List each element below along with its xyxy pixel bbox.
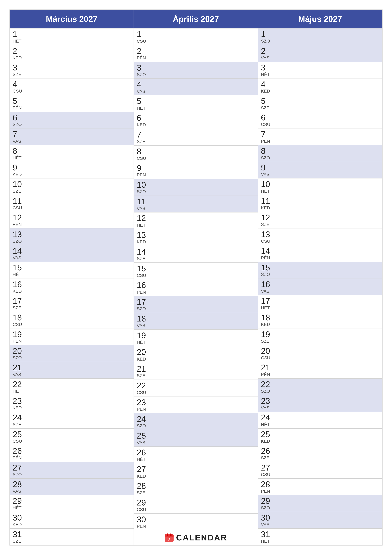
day-num-0-15: 16 <box>13 280 22 289</box>
month-header-1: Április 2027 <box>134 10 258 29</box>
day-row-2-11: 12SZE <box>258 212 382 228</box>
day-cell-2-26: 27CSÜ <box>261 463 270 477</box>
day-num-0-30: 31 <box>13 530 22 539</box>
day-row-0-26: 27SZO <box>10 462 134 478</box>
day-num-0-18: 19 <box>13 330 22 339</box>
day-row-1-1: 2PÉN <box>134 45 258 62</box>
day-cell-2-30: 31HÉT <box>261 530 270 544</box>
day-abbr-2-4: SZE <box>261 106 270 110</box>
day-abbr-1-9: SZO <box>137 189 146 194</box>
day-row-2-6: 7PÉN <box>258 128 382 145</box>
day-abbr-2-30: HÉT <box>261 539 270 544</box>
day-cell-1-18: 19HÉT <box>137 331 146 345</box>
day-cell-2-16: 17HÉT <box>261 297 270 310</box>
day-num-0-12: 13 <box>13 230 22 239</box>
day-num-2-1: 2 <box>261 46 270 56</box>
day-cell-2-14: 15SZO <box>261 263 270 277</box>
day-cell-0-13: 14VAS <box>13 247 22 260</box>
day-row-0-27: 28VAS <box>10 479 134 495</box>
day-num-0-1: 2 <box>13 46 22 56</box>
day-num-1-17: 18 <box>137 314 146 323</box>
month-col-2: Május 20271SZO2VAS3HÉT4KED5SZE6CSÜ7PÉN8S… <box>258 10 382 545</box>
day-abbr-2-12: CSÜ <box>261 239 270 244</box>
day-row-2-8: 9VAS <box>258 162 382 178</box>
day-num-2-30: 31 <box>261 530 270 539</box>
day-num-2-27: 28 <box>261 480 270 489</box>
day-num-1-18: 19 <box>137 331 146 340</box>
day-abbr-0-0: HÉT <box>13 39 21 44</box>
day-num-1-9: 10 <box>137 180 146 189</box>
day-num-0-6: 7 <box>13 130 21 139</box>
day-row-0-12: 13SZO <box>10 228 134 245</box>
day-num-2-25: 26 <box>261 446 270 455</box>
day-cell-1-6: 7SZE <box>137 130 145 144</box>
day-row-2-30: 31HÉT <box>258 529 382 545</box>
day-row-1-13: 14SZE <box>134 246 258 263</box>
day-abbr-1-25: HÉT <box>137 457 146 462</box>
day-abbr-2-25: SZE <box>261 455 270 460</box>
day-cell-2-3: 4KED <box>261 80 270 94</box>
day-cell-2-20: 21PÉN <box>261 363 270 377</box>
day-cell-1-23: 24SZO <box>137 415 146 428</box>
day-cell-1-24: 25VAS <box>137 431 146 445</box>
day-abbr-1-8: PÉN <box>137 173 146 177</box>
day-abbr-0-6: VAS <box>13 139 21 144</box>
day-abbr-2-26: CSÜ <box>261 472 270 477</box>
day-num-2-26: 27 <box>261 463 270 472</box>
day-cell-1-25: 26HÉT <box>137 448 146 462</box>
day-abbr-1-16: SZO <box>137 307 146 311</box>
day-num-0-7: 8 <box>13 146 21 155</box>
day-abbr-0-1: KED <box>13 56 22 60</box>
day-num-1-10: 11 <box>137 197 146 206</box>
day-abbr-2-0: SZO <box>261 39 270 44</box>
day-cell-0-2: 3SZE <box>13 63 21 77</box>
day-cell-1-17: 18VAS <box>137 314 146 328</box>
day-cell-0-21: 22HÉT <box>13 380 22 394</box>
day-num-0-13: 14 <box>13 247 22 256</box>
day-num-0-5: 6 <box>13 113 22 122</box>
day-abbr-0-27: VAS <box>13 489 22 494</box>
day-cell-2-1: 2VAS <box>261 46 270 60</box>
day-abbr-2-11: SZE <box>261 222 270 227</box>
day-row-1-19: 20KED <box>134 346 258 363</box>
day-row-2-2: 3HÉT <box>258 62 382 79</box>
day-cell-0-1: 2KED <box>13 46 22 60</box>
day-row-0-16: 17SZE <box>10 295 134 312</box>
day-row-0-11: 12PÉN <box>10 212 134 228</box>
day-abbr-0-16: SZE <box>13 306 22 310</box>
day-num-1-23: 24 <box>137 415 146 424</box>
day-cell-0-6: 7VAS <box>13 130 21 144</box>
day-row-0-1: 2KED <box>10 45 134 62</box>
day-num-2-8: 9 <box>261 163 270 172</box>
day-cell-1-0: 1CSÜ <box>137 30 146 44</box>
day-abbr-2-16: HÉT <box>261 306 270 310</box>
day-row-0-15: 16KED <box>10 278 134 295</box>
day-num-0-14: 15 <box>13 263 22 272</box>
day-row-0-22: 23KED <box>10 395 134 412</box>
day-cell-0-5: 6SZO <box>13 113 22 127</box>
day-row-2-13: 14PÉN <box>258 245 382 262</box>
day-row-1-15: 16PÉN <box>134 279 258 296</box>
day-row-2-5: 6CSÜ <box>258 112 382 128</box>
day-row-0-4: 5PÉN <box>10 95 134 112</box>
day-num-1-3: 4 <box>137 80 145 89</box>
day-cell-0-17: 18CSÜ <box>13 313 22 327</box>
day-abbr-0-5: SZO <box>13 122 22 127</box>
day-cell-0-26: 27SZO <box>13 463 22 477</box>
day-abbr-2-21: SZO <box>261 389 270 394</box>
day-abbr-2-8: VAS <box>261 172 270 177</box>
day-abbr-0-4: PÉN <box>13 106 22 110</box>
day-cell-2-19: 20CSÜ <box>261 346 270 360</box>
day-num-2-10: 11 <box>261 197 270 205</box>
day-row-1-11: 12HÉT <box>134 212 258 229</box>
day-num-1-28: 29 <box>137 498 146 507</box>
day-abbr-2-29: VAS <box>261 522 270 527</box>
day-row-2-1: 2VAS <box>258 45 382 62</box>
day-abbr-0-18: PÉN <box>13 339 22 344</box>
day-cell-1-5: 6KED <box>137 113 146 127</box>
day-num-1-24: 25 <box>137 431 146 440</box>
day-num-1-6: 7 <box>137 130 145 139</box>
day-row-1-5: 6KED <box>134 112 258 129</box>
day-row-0-23: 24SZE <box>10 412 134 428</box>
day-row-1-20: 21SZE <box>134 363 258 380</box>
